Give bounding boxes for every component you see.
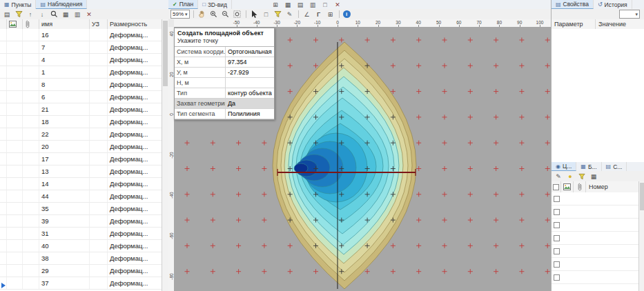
cell[interactable] <box>23 116 39 128</box>
cell[interactable] <box>90 41 108 53</box>
cell[interactable]: Деформац... <box>108 240 162 252</box>
cell[interactable] <box>23 29 39 41</box>
table-row[interactable]: 8Деформац... <box>0 79 162 91</box>
cell[interactable]: 20 <box>39 141 90 152</box>
cell[interactable] <box>7 54 23 66</box>
close-view-icon[interactable] <box>333 0 342 9</box>
cell[interactable] <box>23 215 39 227</box>
cell[interactable] <box>90 277 108 289</box>
grid-toggle-icon[interactable] <box>326 10 335 19</box>
table-row[interactable]: 21Деформац... <box>0 103 162 116</box>
split-view-icon[interactable] <box>308 0 318 9</box>
cell[interactable]: 4 <box>39 54 90 66</box>
cell[interactable]: 6 <box>39 91 90 103</box>
cell[interactable] <box>90 252 108 264</box>
cell[interactable] <box>23 103 39 115</box>
cell[interactable] <box>7 91 23 103</box>
cell[interactable] <box>23 165 39 177</box>
tab-3d-view[interactable]: 3D-вид <box>198 0 232 9</box>
cell[interactable] <box>90 103 108 115</box>
frame-view-icon[interactable] <box>320 0 330 9</box>
cell[interactable] <box>23 203 39 214</box>
cell[interactable] <box>0 41 7 53</box>
cell[interactable] <box>90 190 108 202</box>
cell[interactable]: Деформац... <box>108 228 162 239</box>
cell[interactable] <box>0 203 7 214</box>
cell[interactable] <box>23 91 39 103</box>
cell[interactable] <box>90 228 108 239</box>
cell[interactable]: 14 <box>39 178 90 190</box>
table-row[interactable]: 18Деформац... <box>0 116 162 128</box>
filter-icon[interactable] <box>577 172 587 181</box>
table-row[interactable]: 35Деформац... <box>0 203 162 215</box>
cell[interactable] <box>23 240 39 252</box>
cell[interactable] <box>23 265 39 277</box>
attachment-column-header[interactable] <box>23 19 39 29</box>
cell[interactable]: Деформац... <box>108 277 162 289</box>
cell[interactable]: 21 <box>39 103 90 115</box>
cell[interactable] <box>7 66 23 78</box>
cell[interactable] <box>0 153 7 165</box>
cell[interactable] <box>7 153 23 165</box>
cell[interactable] <box>0 54 7 66</box>
dimension-column-header[interactable]: Размерность <box>108 19 162 29</box>
row-checkbox[interactable] <box>554 248 560 254</box>
tab-history[interactable]: История <box>594 0 632 9</box>
table-row[interactable]: 39Деформац... <box>0 215 162 228</box>
cell[interactable] <box>7 277 23 289</box>
hint-row-value[interactable]: Да <box>226 99 274 108</box>
cell[interactable] <box>23 141 39 152</box>
grid-icon[interactable] <box>589 172 598 181</box>
cell[interactable] <box>0 116 7 128</box>
cell[interactable] <box>0 190 7 202</box>
tab-bottom-1[interactable]: Ц... <box>552 162 576 171</box>
checkbox[interactable] <box>553 184 559 190</box>
cell[interactable]: 38 <box>39 252 90 264</box>
cell[interactable]: Деформац... <box>108 79 162 90</box>
bottom-table-row[interactable] <box>552 271 639 284</box>
cell[interactable] <box>0 79 7 90</box>
cell[interactable] <box>7 128 23 140</box>
cell[interactable]: Деформац... <box>108 29 162 41</box>
hint-row-value[interactable]: Ортогональная <box>226 47 274 57</box>
attachment-column-header[interactable] <box>574 181 586 192</box>
hint-row-value[interactable]: контур объекта <box>226 88 274 98</box>
cell[interactable]: 13 <box>39 165 90 177</box>
cell[interactable] <box>90 91 108 103</box>
cell[interactable] <box>7 29 23 41</box>
select-all-checkbox[interactable] <box>552 181 561 192</box>
row-checkbox[interactable] <box>554 235 560 241</box>
move-down-icon[interactable] <box>37 10 47 19</box>
table-row[interactable]: 14Деформац... <box>0 178 162 190</box>
select-area-icon[interactable] <box>262 10 271 19</box>
cell[interactable] <box>90 265 108 277</box>
cell[interactable]: Деформац... <box>108 252 162 264</box>
cell[interactable]: Деформац... <box>108 203 162 214</box>
table-row[interactable]: 40Деформац... <box>0 240 162 252</box>
value-column-header[interactable]: Значение <box>596 19 644 29</box>
cell[interactable] <box>7 240 23 252</box>
cell[interactable] <box>0 228 7 239</box>
cell[interactable] <box>0 66 7 78</box>
cell[interactable]: Деформац... <box>108 103 162 115</box>
row-checkbox[interactable] <box>554 196 560 202</box>
cell[interactable] <box>90 79 108 90</box>
table-row[interactable]: 20Деформац... <box>0 141 162 153</box>
table-icon[interactable] <box>61 10 70 19</box>
bottom-scrollbar[interactable] <box>638 181 644 291</box>
cell[interactable] <box>7 165 23 177</box>
cell[interactable] <box>90 203 108 214</box>
tab-plan[interactable]: План <box>168 0 198 9</box>
select-arrow-icon[interactable] <box>250 10 260 19</box>
cell[interactable] <box>23 228 39 239</box>
hint-row-value[interactable]: Полилиния <box>226 109 274 119</box>
cell[interactable] <box>23 178 39 190</box>
cell[interactable]: Деформац... <box>108 215 162 227</box>
cell[interactable] <box>23 128 39 140</box>
zoom-out-icon[interactable] <box>221 10 231 19</box>
cell[interactable]: 1 <box>39 66 90 78</box>
object-select[interactable] <box>619 10 640 19</box>
cell[interactable] <box>23 153 39 165</box>
cell[interactable]: Деформац... <box>108 128 162 140</box>
cell[interactable]: 22 <box>39 128 90 140</box>
